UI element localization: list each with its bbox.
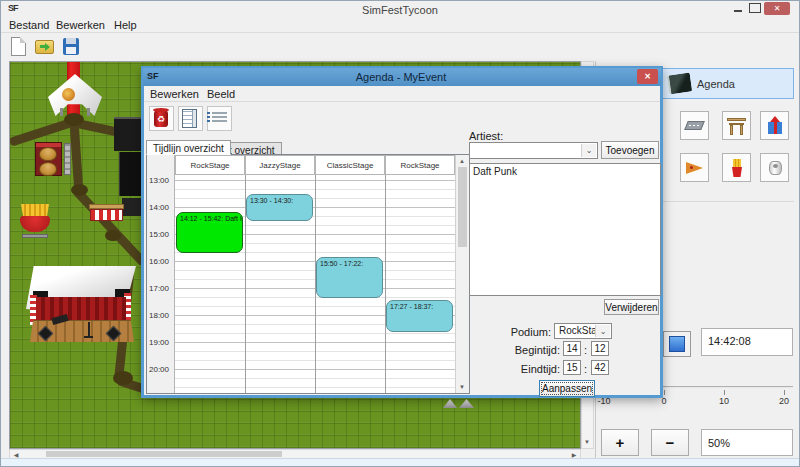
- dialog-menu-bar: Bewerken Beeld: [144, 86, 660, 102]
- start-time-label: Begintijd:: [494, 344, 560, 356]
- timeline-event[interactable]: 17:27 - 18:37:: [386, 300, 453, 332]
- simulation-play-button[interactable]: [663, 331, 691, 357]
- hour-label: 13:00: [149, 176, 169, 185]
- agenda-dialog: SF Agenda - MyEvent ✕ Bewerken Beeld ♻ T…: [141, 66, 663, 398]
- minimize-icon: [734, 10, 742, 12]
- chevron-down-icon: ⌄: [581, 144, 596, 157]
- hour-label: 15:00: [149, 230, 169, 239]
- start-minute-field[interactable]: 12: [591, 341, 609, 356]
- tool-button-toilet-paper[interactable]: [760, 153, 789, 182]
- agenda-button-label: Agenda: [697, 78, 735, 90]
- open-file-button[interactable]: [33, 35, 57, 59]
- dialog-menu-bewerken[interactable]: Bewerken: [150, 88, 199, 100]
- pizza-icon: [686, 162, 703, 174]
- tool-button-pizza[interactable]: [680, 153, 709, 182]
- hour-label: 18:00: [149, 311, 169, 320]
- bench: [64, 143, 71, 175]
- artist-list-item[interactable]: Daft Punk: [470, 164, 660, 177]
- timeline-hour-gutter: 13:0014:0015:0016:0017:0018:0019:0020:00: [147, 155, 175, 393]
- end-time-label: Eindtijd:: [494, 363, 560, 375]
- open-file-icon: [35, 40, 54, 54]
- timeline-event[interactable]: 13:30 - 14:30:: [246, 194, 313, 221]
- timeline-view-icon: [182, 109, 197, 128]
- timeline-view-button[interactable]: [178, 106, 203, 131]
- close-button[interactable]: ✕: [764, 2, 790, 15]
- add-artist-button[interactable]: Toevoegen: [601, 141, 659, 159]
- map-road-junction: [64, 113, 84, 126]
- agenda-book-icon: [667, 72, 692, 94]
- pizza-tent-logo: [62, 88, 75, 101]
- window-title: SimFestTycoon: [1, 4, 799, 16]
- main-window: SF SimFestTycoon ✕ Bestand Bewerken Help: [0, 0, 800, 467]
- tool-button-stage[interactable]: [722, 111, 751, 140]
- artist-list[interactable]: Daft Punk: [469, 163, 661, 296]
- hour-label: 14:00: [149, 203, 169, 212]
- window-titlebar: SF SimFestTycoon ✕: [1, 1, 799, 18]
- trash-icon: ♻: [154, 110, 168, 127]
- new-file-icon: [11, 37, 26, 56]
- list-view-button[interactable]: [207, 106, 232, 131]
- hour-label: 17:00: [149, 284, 169, 293]
- dialog-title: Agenda - MyEvent: [143, 71, 659, 83]
- zoom-level-display: 50%: [701, 429, 793, 456]
- minimize-button[interactable]: [731, 3, 745, 14]
- apply-button[interactable]: Aanpassen: [539, 380, 595, 397]
- main-stage: [26, 266, 136, 344]
- speaker-stack: [119, 152, 142, 196]
- timeline-event[interactable]: 15:50 - 17:22:: [316, 257, 383, 298]
- dialog-close-button[interactable]: ✕: [637, 69, 658, 84]
- time-colon: :: [584, 344, 587, 356]
- artist-label: Artiest:: [469, 130, 503, 142]
- timeline-event[interactable]: 14:12 - 15:42: Daft Punk: [176, 212, 243, 253]
- timeline-panel[interactable]: 13:0014:0015:0016:0017:0018:0019:0020:00…: [146, 154, 470, 394]
- stage-icon: [727, 118, 746, 121]
- clock-display: 14:42:08: [701, 328, 793, 356]
- stage-column-header: RockStage: [385, 155, 455, 175]
- dialog-titlebar[interactable]: SF Agenda - MyEvent ✕: [143, 68, 661, 86]
- slider-tick-label: 20: [769, 396, 799, 406]
- list-view-icon: [212, 112, 227, 125]
- tool-button-road[interactable]: [680, 111, 709, 140]
- small-tent: [443, 399, 457, 408]
- zoom-out-button[interactable]: −: [651, 429, 689, 456]
- dialog-menu-beeld[interactable]: Beeld: [207, 88, 235, 100]
- map-road-junction: [113, 371, 133, 385]
- stage-column-header: ClassicStage: [315, 155, 385, 175]
- status-bar: [1, 458, 799, 467]
- popcorn-stand: [89, 204, 124, 222]
- hour-label: 16:00: [149, 257, 169, 266]
- podium-label: Podium:: [489, 326, 551, 338]
- slider-tick-label: 10: [709, 396, 739, 406]
- speaker-stack: [114, 117, 142, 151]
- delete-event-button[interactable]: ♻: [149, 106, 174, 131]
- menu-bestand[interactable]: Bestand: [9, 19, 49, 31]
- play-icon: [669, 336, 685, 352]
- stage-column-header: RockStage: [175, 155, 245, 175]
- artist-combo[interactable]: ⌄: [469, 142, 598, 159]
- menu-bar: Bestand Bewerken Help: [1, 18, 799, 33]
- menu-help[interactable]: Help: [114, 19, 137, 31]
- menu-bewerken[interactable]: Bewerken: [56, 19, 105, 31]
- speaker-stack: [122, 198, 142, 216]
- timeline-scrollbar[interactable]: ▲ ▼: [455, 155, 469, 393]
- start-hour-field[interactable]: 14: [563, 341, 581, 356]
- burger-stand: [35, 142, 62, 176]
- save-file-icon: [63, 38, 79, 55]
- tent-leg: [60, 108, 63, 116]
- podium-combo[interactable]: RockStage ⌄: [554, 323, 612, 339]
- road-icon: [684, 121, 705, 130]
- small-tent: [459, 399, 474, 408]
- zoom-in-button[interactable]: +: [601, 429, 639, 456]
- tab-tijdlijn-overzicht[interactable]: Tijdlijn overzicht: [146, 140, 231, 155]
- map-road-junction: [71, 184, 88, 196]
- chevron-down-icon: ⌄: [595, 325, 610, 337]
- save-file-button[interactable]: [59, 35, 83, 59]
- new-file-button[interactable]: [7, 35, 31, 59]
- tool-button-gift[interactable]: [760, 111, 789, 140]
- remove-artist-button[interactable]: Verwijderen: [604, 299, 659, 315]
- end-minute-field[interactable]: 42: [591, 360, 609, 375]
- maximize-button[interactable]: [749, 3, 761, 13]
- end-hour-field[interactable]: 15: [563, 360, 581, 375]
- tool-button-fries[interactable]: [722, 153, 751, 182]
- hour-label: 20:00: [149, 365, 169, 374]
